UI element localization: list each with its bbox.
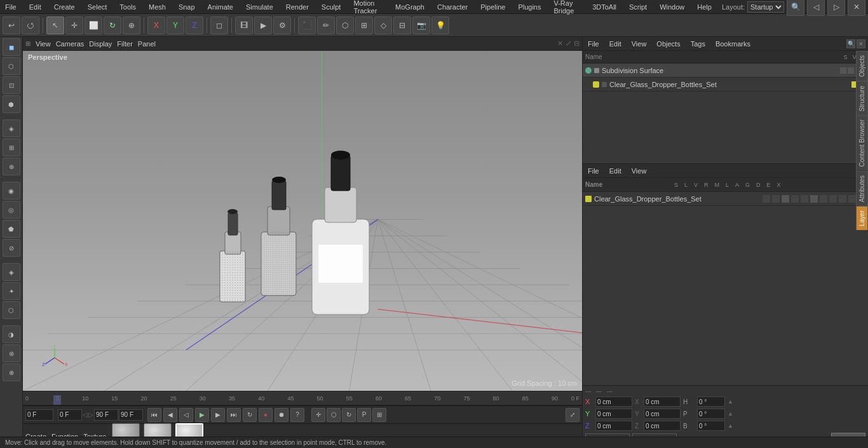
deformer-button[interactable]: ◎: [3, 201, 20, 219]
obj-row-bottles[interactable]: Clear_Glass_Dropper_Bottles_Set: [583, 78, 868, 92]
paint-tool[interactable]: ◇: [374, 17, 392, 34]
field-button[interactable]: ◈: [3, 263, 20, 281]
play-reverse-button[interactable]: ◁: [179, 408, 193, 422]
move-tool-button[interactable]: ✛: [65, 17, 83, 34]
menu-script[interactable]: Script: [627, 2, 649, 12]
array-tool[interactable]: ⊞: [355, 17, 373, 34]
vp-panel-menu[interactable]: Panel: [138, 40, 156, 48]
cube-tool[interactable]: ⬛: [298, 17, 316, 34]
coord-h-spin[interactable]: ▲: [728, 398, 733, 405]
texture-mode-button[interactable]: ⬡: [3, 57, 20, 75]
redo-button[interactable]: ⭯: [22, 17, 39, 34]
menu-3dtoall[interactable]: 3DToAll: [590, 2, 619, 12]
vp-cameras-menu[interactable]: Cameras: [56, 40, 85, 48]
coord-y-pos-input[interactable]: [595, 409, 632, 419]
y-axis-button[interactable]: Y: [166, 17, 184, 34]
polygon-mode-button[interactable]: ⬢: [3, 95, 20, 113]
coord-b-spin[interactable]: ▲: [728, 423, 733, 429]
menu-plugins[interactable]: Plugins: [515, 2, 543, 12]
vtab-attributes[interactable]: Attributes: [856, 171, 868, 206]
menu-mesh[interactable]: Mesh: [146, 2, 168, 12]
light-side-button[interactable]: ✦: [3, 282, 20, 300]
record-button[interactable]: ●: [259, 408, 273, 422]
uvw-mode-button[interactable]: ◈: [3, 119, 20, 137]
menu-vray[interactable]: V-Ray Bridge: [551, 0, 582, 16]
obj-edit-menu[interactable]: Edit: [607, 39, 624, 49]
coord-b-input[interactable]: [697, 421, 725, 431]
transform-tool-button[interactable]: ⊕: [123, 17, 140, 34]
sculpt-side-button[interactable]: ◑: [3, 325, 20, 343]
menu-create[interactable]: Create: [51, 2, 78, 12]
obj-bookmarks-menu[interactable]: Bookmarks: [713, 39, 753, 49]
render-settings-button[interactable]: ⚙: [273, 17, 291, 34]
loop-button[interactable]: ↻: [243, 408, 257, 422]
menu-snap[interactable]: Snap: [176, 2, 198, 12]
vp-view-menu[interactable]: View: [36, 40, 51, 48]
goto-end-button[interactable]: ⏭: [227, 408, 241, 422]
menu-sculpt[interactable]: Sculpt: [319, 2, 344, 12]
obj-visibility-toggle[interactable]: [594, 68, 599, 73]
attr-row-bottles[interactable]: Clear_Glass_Dropper_Bottles_Set: [583, 192, 868, 206]
layout-select[interactable]: Startup: [747, 1, 784, 13]
viewport-3d[interactable]: Perspective X Y Z: [23, 51, 582, 391]
timeline-expand-button[interactable]: ⤢: [566, 408, 580, 422]
edge-mode-button[interactable]: ⊡: [3, 76, 20, 94]
axis-button[interactable]: ⊕: [3, 158, 20, 175]
vtab-objects[interactable]: Objects: [856, 51, 868, 81]
menu-animate[interactable]: Animate: [205, 2, 236, 12]
node-tool[interactable]: ⬡: [336, 17, 354, 34]
frame-max-input[interactable]: [94, 409, 118, 421]
paint-side-button[interactable]: ⊛: [3, 344, 20, 362]
close-icon[interactable]: ✕: [848, 0, 865, 16]
x-axis-button[interactable]: X: [147, 17, 165, 34]
forward-icon[interactable]: ▷: [827, 0, 845, 16]
render-button[interactable]: ▶: [254, 17, 272, 34]
back-icon[interactable]: ◁: [807, 0, 825, 16]
snap-mode-button[interactable]: ⊞: [3, 139, 20, 156]
step-back-button[interactable]: ◀: [163, 408, 177, 422]
frame-min-input[interactable]: [58, 409, 82, 421]
mograph-button[interactable]: ⬟: [3, 220, 20, 238]
vtab-layer[interactable]: Layer: [856, 206, 868, 230]
menu-tools[interactable]: Tools: [117, 2, 139, 12]
coord-x-size-input[interactable]: [644, 397, 681, 407]
object-mode-button[interactable]: ◻: [210, 17, 228, 34]
vp-display-menu[interactable]: Display: [89, 40, 112, 48]
obj-search-icon[interactable]: 🔍: [846, 39, 855, 48]
attr-view-menu[interactable]: View: [629, 166, 649, 176]
model-mode-button[interactable]: ◼: [3, 38, 20, 56]
render-view-button[interactable]: 🎞: [235, 17, 253, 34]
menu-render[interactable]: Render: [283, 2, 311, 12]
move-tc-button[interactable]: ✛: [311, 408, 325, 422]
frame-max2-input[interactable]: [119, 409, 143, 421]
camera-side-button[interactable]: ⬡: [3, 301, 20, 319]
coord-z-pos-input[interactable]: [595, 421, 632, 431]
vtab-content-browser[interactable]: Content Browser: [856, 115, 868, 170]
goto-start-button[interactable]: ⏮: [147, 408, 161, 422]
camera-tool[interactable]: 📷: [412, 17, 430, 34]
timeline-ruler[interactable]: 0 5 10 15 20 25 30 35 40 45: [23, 391, 582, 405]
vp-filter-menu[interactable]: Filter: [117, 40, 132, 48]
menu-character[interactable]: Character: [435, 2, 470, 12]
z-axis-button[interactable]: Z: [186, 17, 203, 34]
play-button[interactable]: ▶: [195, 408, 209, 422]
coord-p-input[interactable]: [697, 409, 725, 419]
attr-edit-menu[interactable]: Edit: [607, 166, 624, 176]
key-tc-button[interactable]: ⬡: [327, 408, 341, 422]
grid-tc-button[interactable]: ⊞: [372, 408, 386, 422]
obj-view-menu[interactable]: View: [629, 39, 649, 49]
plugin-side-button[interactable]: ⊕: [3, 363, 20, 381]
menu-edit[interactable]: Edit: [27, 2, 44, 12]
vtab-structure[interactable]: Structure: [856, 81, 868, 116]
obj-objects-menu[interactable]: Objects: [654, 39, 682, 49]
grid-tool[interactable]: ⊟: [393, 17, 411, 34]
menu-motion-tracker[interactable]: Motion Tracker: [351, 0, 385, 16]
coord-y-size-input[interactable]: [644, 409, 681, 419]
obj-file-menu[interactable]: File: [585, 39, 602, 49]
coord-x-pos-input[interactable]: [595, 397, 632, 407]
rotate-tool-button[interactable]: ↻: [104, 17, 121, 34]
obj-row-subdivision[interactable]: Subdivision Surface ✓ •: [583, 64, 868, 78]
selection-tc-button[interactable]: ↻: [342, 408, 356, 422]
play-tc-button[interactable]: P: [357, 408, 371, 422]
menu-mograph[interactable]: MoGraph: [393, 2, 427, 12]
